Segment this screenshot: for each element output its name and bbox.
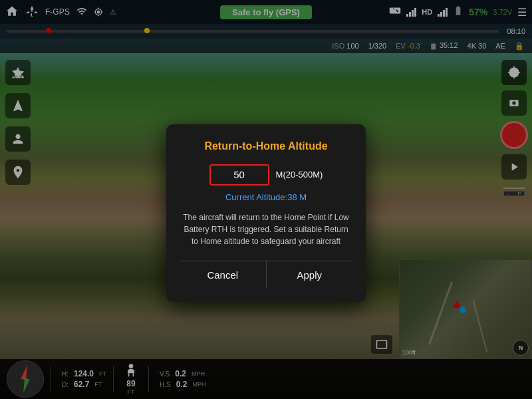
altitude-input-row: M(20-500M) <box>180 164 352 186</box>
dialog-description: The aircraft will return to the Home Poi… <box>180 211 352 247</box>
cancel-button[interactable]: Cancel <box>180 261 267 289</box>
apply-button[interactable]: Apply <box>267 261 353 289</box>
dialog-title: Return-to-Home Altitude <box>180 140 352 152</box>
altitude-input[interactable] <box>209 164 269 186</box>
modal-overlay: Return-to-Home Altitude M(20-500M) Curre… <box>0 0 532 399</box>
altitude-range-label: M(20-500M) <box>276 170 323 180</box>
current-altitude-label: Current Altitude:38 M <box>180 192 352 202</box>
dialog-button-row: Cancel Apply <box>180 261 352 289</box>
rth-altitude-dialog: Return-to-Home Altitude M(20-500M) Curre… <box>166 124 366 302</box>
